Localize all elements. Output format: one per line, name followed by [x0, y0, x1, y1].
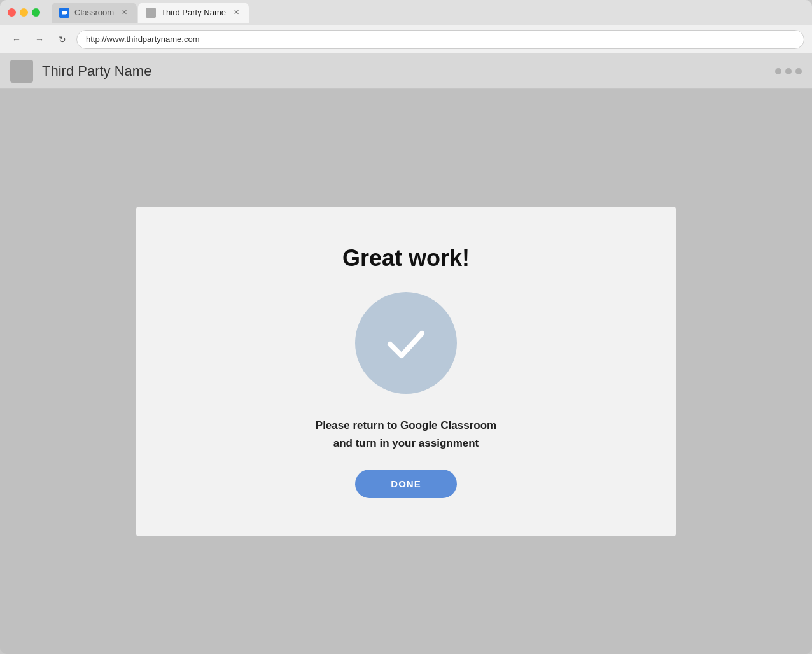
address-bar-row: ← → ↻: [0, 25, 812, 53]
classroom-tab-label: Classroom: [74, 8, 114, 17]
reload-button[interactable]: ↻: [53, 31, 71, 48]
third-party-tab-label: Third Party Name: [161, 8, 226, 17]
forward-icon: →: [35, 34, 44, 45]
browser-frame: Classroom ✕ Third Party Name ✕ ← → ↻ Thi…: [0, 0, 812, 654]
back-icon: ←: [12, 34, 21, 45]
third-party-tab-close[interactable]: ✕: [231, 8, 241, 18]
classroom-favicon: [59, 8, 69, 18]
modal-message-line2: and turn in your assignment: [333, 437, 479, 449]
check-circle: [355, 292, 457, 394]
traffic-lights: [8, 8, 40, 17]
reload-icon: ↻: [59, 34, 66, 45]
header-dot-2: [785, 68, 792, 74]
modal-message: Please return to Google Classroom and tu…: [316, 417, 496, 451]
tabs-bar: Classroom ✕ Third Party Name ✕: [52, 3, 804, 23]
back-button[interactable]: ←: [8, 31, 25, 48]
success-modal: Great work! Please return to Google Clas…: [136, 207, 676, 536]
header-dot-1: [775, 68, 781, 74]
done-button[interactable]: DONE: [355, 470, 456, 498]
close-button[interactable]: [8, 8, 16, 17]
tab-classroom[interactable]: Classroom ✕: [52, 3, 137, 23]
classroom-tab-close[interactable]: ✕: [119, 8, 129, 18]
header-dot-3: [795, 68, 802, 74]
svg-rect-2: [62, 14, 66, 15]
tab-third-party[interactable]: Third Party Name ✕: [138, 3, 249, 23]
app-header-title: Third Party Name: [42, 63, 766, 80]
modal-message-line1: Please return to Google Classroom: [316, 419, 496, 431]
app-header: Third Party Name: [0, 53, 812, 89]
third-party-favicon: [146, 8, 156, 18]
maximize-button[interactable]: [32, 8, 40, 17]
forward-button[interactable]: →: [31, 31, 48, 48]
svg-rect-1: [62, 11, 67, 14]
checkmark-icon: [381, 317, 431, 368]
page-content: Great work! Please return to Google Clas…: [0, 89, 812, 654]
address-input[interactable]: [76, 30, 804, 49]
modal-title: Great work!: [342, 245, 470, 272]
minimize-button[interactable]: [20, 8, 28, 17]
app-logo: [10, 60, 33, 83]
title-bar: Classroom ✕ Third Party Name ✕: [0, 0, 812, 25]
header-dots: [775, 68, 802, 74]
